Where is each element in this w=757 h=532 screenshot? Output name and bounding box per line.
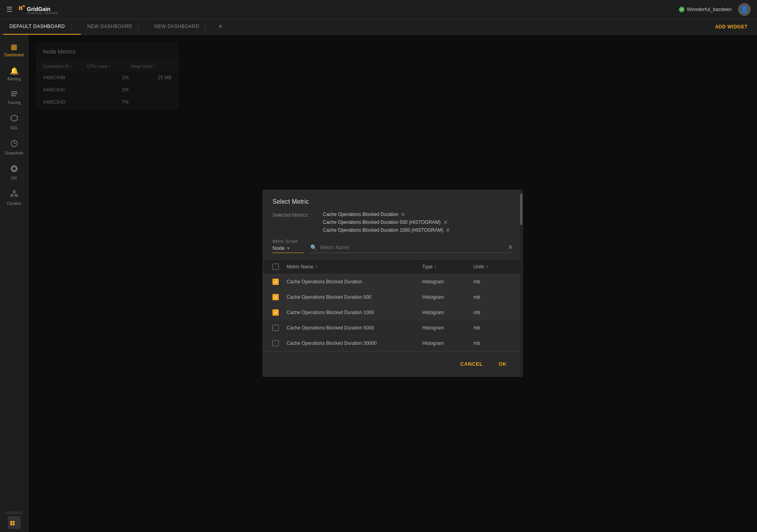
menu-icon[interactable]: ☰ <box>6 5 13 14</box>
chip-1: Cache Operations Blocked Duration ✕ <box>323 212 513 217</box>
svg-rect-27 <box>13 523 15 525</box>
metric-row-2[interactable]: Cache Operations Blocked Duration 500 Hi… <box>263 290 522 305</box>
selected-metrics-section: Selected Metrics: Cache Operations Block… <box>263 212 522 239</box>
metric-row-4[interactable]: Cache Operations Blocked Duration 5000 H… <box>263 320 522 336</box>
sidebar: ▦ Dashboard 🔔 Alerting Tracing SQL Snaps… <box>0 35 28 532</box>
tab-default-dashboard[interactable]: DEFAULT DASHBOARD ⋮ <box>3 19 81 35</box>
search-icon: 🔍 <box>310 244 317 251</box>
metric-scope-value: Node <box>272 245 285 251</box>
tracing-icon <box>10 91 18 99</box>
metric-row-3[interactable]: Cache Operations Blocked Duration 1000 H… <box>263 305 522 320</box>
select-metric-dialog: Select Metric Selected Metrics: Cache Op… <box>263 190 523 377</box>
chip-3-label: Cache Operations Blocked Duration 1000 (… <box>323 227 443 233</box>
sidebar-item-snapshots[interactable]: Snapshots <box>0 135 28 160</box>
gridgain-logo: GridGain CONTROL CENTER <box>19 4 70 15</box>
clusters-icon <box>10 190 18 200</box>
brand-logo: GridGain CONTROL CENTER <box>19 4 70 15</box>
tab-new-dashboard-1-label: NEW DASHBOARD <box>87 24 132 29</box>
sidebar-item-sql[interactable]: SQL <box>0 110 28 135</box>
metric-row-3-units: mb <box>474 310 513 315</box>
tab-divider-2: ⋮ <box>135 24 142 29</box>
username: Wonderful_bardeen <box>687 6 732 12</box>
selected-metrics-label: Selected Metrics: <box>272 212 320 218</box>
sort-units-icon[interactable]: ↑ <box>486 264 488 270</box>
sidebar-item-tracing-label: Tracing <box>7 100 21 105</box>
tab-divider-1: ⋮ <box>68 24 75 29</box>
chip-2: Cache Operations Blocked Duration 500 (H… <box>323 219 513 225</box>
sidebar-item-snapshots-label: Snapshots <box>5 151 23 155</box>
chip-2-remove[interactable]: ✕ <box>443 219 448 225</box>
sidebar-item-dr[interactable]: DR <box>0 160 28 185</box>
modal-scrollbar[interactable] <box>520 190 522 376</box>
scope-dropdown-icon: ▾ <box>287 246 289 251</box>
svg-text:GridGain: GridGain <box>27 6 50 12</box>
metric-row-3-name: Cache Operations Blocked Duration 1000 <box>287 310 422 315</box>
sidebar-item-tracing[interactable]: Tracing <box>0 86 28 110</box>
tabs-bar: DEFAULT DASHBOARD ⋮ NEW DASHBOARD ⋮ NEW … <box>0 19 757 35</box>
svg-point-17 <box>11 165 17 173</box>
sidebar-logo-small <box>8 516 21 529</box>
col-units-label: Units <box>474 264 484 270</box>
add-tab-button[interactable]: + <box>215 22 226 31</box>
metric-row-5-checkbox[interactable] <box>272 340 279 346</box>
sidebar-item-dashboard[interactable]: ▦ Dashboard <box>0 38 28 62</box>
modal-scrollbar-thumb <box>520 193 522 225</box>
metric-row-2-name: Cache Operations Blocked Duration 500 <box>287 294 422 300</box>
metric-row-1-name: Cache Operations Blocked Duration <box>287 279 422 285</box>
metric-row-4-checkbox[interactable] <box>272 325 279 331</box>
modal-title: Select Metric <box>263 190 522 212</box>
metric-row-1-type: Histogram <box>422 279 474 285</box>
col-metric-name-header: Metric Name ↑ <box>287 264 422 270</box>
svg-rect-25 <box>13 521 15 523</box>
svg-rect-1 <box>21 6 22 8</box>
sort-metric-name-icon[interactable]: ↑ <box>315 264 317 270</box>
sidebar-item-clusters[interactable]: Clusters <box>0 185 28 210</box>
modal-overlay[interactable]: Select Metric Selected Metrics: Cache Op… <box>28 35 757 532</box>
metrics-table-body: Cache Operations Blocked Duration Histog… <box>263 274 522 351</box>
sidebar-item-clusters-label: Clusters <box>7 201 21 206</box>
ok-button[interactable]: OK <box>492 358 513 370</box>
svg-rect-0 <box>19 6 21 8</box>
tab-new-dashboard-1[interactable]: NEW DASHBOARD ⋮ <box>81 19 148 35</box>
chip-2-label: Cache Operations Blocked Duration 500 (H… <box>323 219 441 225</box>
chip-1-remove[interactable]: ✕ <box>401 212 405 217</box>
add-widget-button[interactable]: ADD WIDGET <box>709 24 754 30</box>
metric-row-1[interactable]: Cache Operations Blocked Duration Histog… <box>263 274 522 290</box>
sort-type-icon[interactable]: ↑ <box>434 264 436 270</box>
status-indicator: Wonderful_bardeen <box>679 6 732 12</box>
avatar[interactable]: 👤 <box>738 3 751 16</box>
tab-divider-3: ⋮ <box>202 24 209 29</box>
metric-row-4-units: mb <box>474 325 513 331</box>
svg-line-22 <box>14 192 16 195</box>
metric-scope-select[interactable]: Node ▾ <box>272 245 304 253</box>
modal-footer: CANCEL OK <box>263 351 522 376</box>
dr-icon <box>10 165 18 175</box>
metric-row-1-checkbox[interactable] <box>272 279 279 285</box>
chip-3-remove[interactable]: ✕ <box>446 227 450 233</box>
svg-rect-26 <box>10 523 12 525</box>
tab-default-dashboard-label: DEFAULT DASHBOARD <box>9 24 65 29</box>
cancel-button[interactable]: CANCEL <box>454 358 489 370</box>
metric-row-5[interactable]: Cache Operations Blocked Duration 30000 … <box>263 336 522 351</box>
snapshots-icon <box>10 140 18 149</box>
col-units-header: Units ↑ <box>474 264 513 270</box>
sidebar-item-alerting[interactable]: 🔔 Alerting <box>0 62 28 86</box>
metric-row-2-type: Histogram <box>422 294 474 300</box>
tab-new-dashboard-2[interactable]: NEW DASHBOARD ⋮ <box>148 19 215 35</box>
metric-row-3-checkbox[interactable] <box>272 309 279 316</box>
chip-1-label: Cache Operations Blocked Duration <box>323 212 398 217</box>
select-all-checkbox[interactable] <box>272 264 279 270</box>
alerting-icon: 🔔 <box>10 67 19 75</box>
filters-row: Metric Scope Node ▾ 🔍 ✕ <box>263 239 522 260</box>
col-type-header: Type ↑ <box>422 264 474 270</box>
search-clear-icon[interactable]: ✕ <box>508 244 513 251</box>
sidebar-item-dashboard-label: Dashboard <box>4 53 24 57</box>
metric-search-input[interactable] <box>320 244 505 250</box>
svg-text:CONTROL CENTER: CONTROL CENTER <box>27 12 58 15</box>
metric-row-2-checkbox[interactable] <box>272 294 279 300</box>
chip-3: Cache Operations Blocked Duration 1000 (… <box>323 227 513 233</box>
svg-line-21 <box>12 192 14 195</box>
metric-search-box: 🔍 ✕ <box>310 244 513 253</box>
metric-row-4-name: Cache Operations Blocked Duration 5000 <box>287 325 422 331</box>
col-type-label: Type <box>422 264 433 270</box>
